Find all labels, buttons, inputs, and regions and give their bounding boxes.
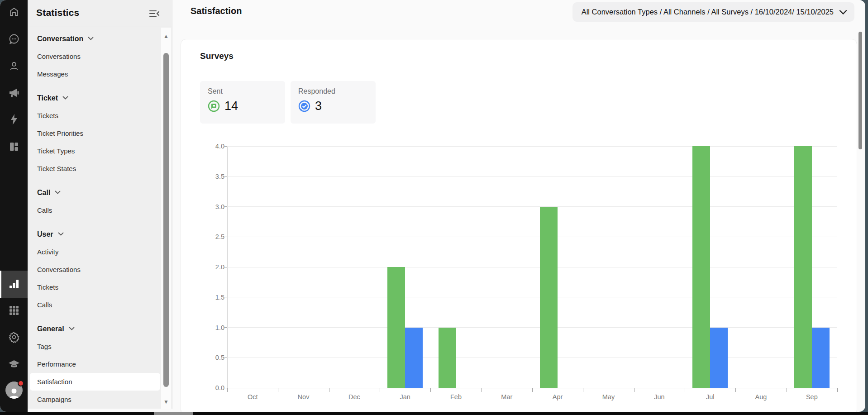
x-axis-label-feb: Feb: [436, 393, 477, 401]
gear-icon[interactable]: [0, 327, 28, 347]
surveys-bar-chart: OctNovDecJanFebMarAprMayJunJulAugSep: [227, 146, 837, 388]
bar-responded-jul[interactable]: [710, 328, 728, 388]
bar-sent-jul[interactable]: [692, 146, 710, 388]
chevron-down-icon: [58, 232, 64, 236]
x-tick: [532, 388, 533, 392]
bar-sent-sep[interactable]: [794, 146, 812, 388]
y-axis-label: 0.0: [197, 384, 224, 391]
sidebar-title: Statistics: [36, 7, 79, 18]
stat-value: 3: [315, 99, 322, 113]
sidebar-section-call[interactable]: Call: [28, 184, 160, 201]
sidebar-item-activity[interactable]: Activity: [28, 243, 160, 261]
scroll-up-icon[interactable]: ▲: [163, 33, 169, 39]
contacts-icon[interactable]: [0, 56, 28, 76]
y-axis-label: 0.5: [197, 354, 224, 361]
x-tick: [837, 388, 838, 392]
sidebar-item-conversations[interactable]: Conversations: [28, 261, 160, 278]
y-tick: [224, 327, 227, 328]
home-icon[interactable]: [0, 2, 28, 22]
bar-sent-jan[interactable]: [387, 267, 405, 388]
bar-responded-jan[interactable]: [405, 328, 423, 388]
x-tick: [482, 388, 482, 392]
x-tick: [735, 388, 736, 392]
surveys-card: Surveys Sent 14: [181, 39, 857, 412]
chevron-down-icon: [55, 191, 61, 195]
bar-chart-icon[interactable]: [0, 271, 28, 298]
sidebar-item-tickets[interactable]: Tickets: [28, 278, 160, 296]
y-tick: [224, 206, 227, 207]
gridline-1.5: [227, 297, 837, 297]
bar-sent-feb[interactable]: [439, 328, 456, 388]
chevron-down-icon: [88, 37, 94, 41]
lightning-icon[interactable]: [0, 110, 28, 129]
y-axis-label: 2.0: [197, 263, 224, 271]
gridline-1.0: [227, 327, 837, 328]
bar-responded-sep[interactable]: [812, 328, 830, 388]
filter-breadcrumb[interactable]: All Conversation Types / All Channels / …: [572, 2, 854, 22]
sidebar-scrollbar-thumb[interactable]: [163, 53, 169, 387]
sidebar-item-conversations[interactable]: Conversations: [28, 48, 160, 65]
sidebar-item-ticket-types[interactable]: Ticket Types: [28, 142, 160, 160]
sidebar-item-calls[interactable]: Calls: [28, 296, 160, 314]
gridline-2.5: [227, 237, 837, 237]
x-axis-label-jan: Jan: [385, 393, 425, 401]
x-tick: [787, 388, 787, 392]
sidebar-nav: ConversationConversationsMessagesTicketT…: [28, 28, 160, 409]
sidebar-item-tags[interactable]: Tags: [28, 338, 160, 355]
y-tick: [224, 237, 227, 237]
sidebar-section-general[interactable]: General: [28, 320, 160, 338]
x-axis-label-oct: Oct: [232, 393, 273, 401]
x-tick: [329, 388, 329, 392]
avatar[interactable]: [0, 380, 28, 400]
page-title: Satisfaction: [191, 6, 242, 16]
sidebar-item-tickets[interactable]: Tickets: [28, 107, 160, 124]
x-axis-label-mar: Mar: [486, 393, 527, 401]
graduation-cap-icon[interactable]: [0, 354, 28, 374]
y-tick: [224, 267, 227, 267]
x-axis-label-may: May: [588, 393, 629, 401]
chevron-down-icon: [62, 96, 68, 100]
sidebar-item-messages[interactable]: Messages: [28, 65, 160, 83]
y-tick: [224, 358, 227, 358]
desktop-background: Statistics ConversationConversationsMess…: [0, 0, 868, 415]
collapse-sidebar-icon[interactable]: [148, 8, 160, 19]
sidebar-item-performance[interactable]: Performance: [28, 355, 160, 373]
apps-grid-icon[interactable]: [0, 301, 28, 320]
x-tick: [227, 388, 228, 392]
sidebar-item-satisfaction[interactable]: Satisfaction: [30, 373, 160, 391]
sidebar-item-ticket-states[interactable]: Ticket States: [28, 160, 160, 177]
main-scrollbar-thumb[interactable]: [858, 32, 862, 149]
stat-tile-sent: Sent 14: [200, 81, 285, 124]
x-axis-label-aug: Aug: [741, 393, 782, 401]
megaphone-icon[interactable]: [0, 83, 28, 103]
gridline-2.0: [227, 267, 837, 267]
sidebar-section-ticket[interactable]: Ticket: [28, 89, 160, 107]
y-axis-label: 3.0: [197, 203, 224, 210]
sidebar-section-user[interactable]: User: [28, 225, 160, 243]
surveys-card-title: Surveys: [200, 51, 234, 61]
stat-value: 14: [224, 99, 238, 113]
responded-check-icon: [298, 100, 310, 112]
sidebar-item-ticket-priorities[interactable]: Ticket Priorities: [28, 124, 160, 142]
y-tick: [224, 146, 227, 147]
chevron-down-icon: [69, 327, 75, 331]
stat-label: Responded: [298, 87, 376, 95]
bar-sent-apr[interactable]: [540, 207, 558, 388]
kanban-icon[interactable]: [0, 137, 28, 157]
x-tick: [634, 388, 634, 392]
y-axis-label: 2.5: [197, 233, 224, 240]
x-tick: [685, 388, 685, 392]
sent-message-icon: [208, 100, 220, 112]
x-axis-label-jul: Jul: [690, 393, 730, 401]
sidebar-item-campaigns[interactable]: Campaigns: [28, 391, 160, 408]
x-tick: [583, 388, 583, 392]
x-tick: [430, 388, 431, 392]
app-window: Statistics ConversationConversationsMess…: [0, 0, 865, 412]
icon-rail: [0, 0, 28, 412]
x-axis-label-sep: Sep: [792, 393, 832, 401]
scroll-down-icon[interactable]: ▼: [163, 399, 169, 405]
sidebar-section-conversation[interactable]: Conversation: [28, 30, 160, 48]
sidebar-item-calls[interactable]: Calls: [28, 201, 160, 219]
chat-icon[interactable]: [0, 29, 28, 49]
sidebar-scrollbar[interactable]: ▲ ▼: [161, 28, 171, 409]
